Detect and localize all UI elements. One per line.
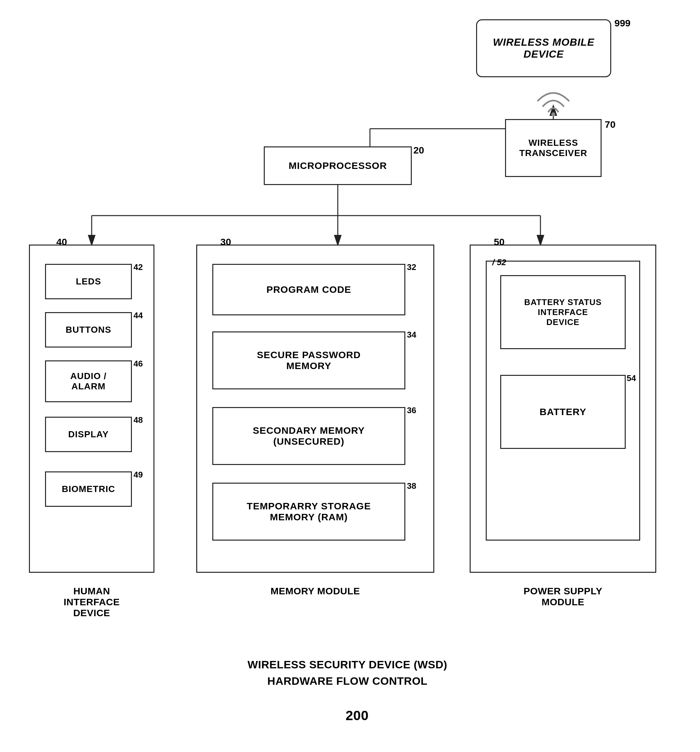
battery-box: BATTERY <box>500 375 626 449</box>
diagram: WIRELESS MOBILE DEVICE 999 WIRELESS TRAN… <box>0 0 700 752</box>
buttons-label: BUTTONS <box>66 325 111 335</box>
display-box: DISPLAY <box>45 417 132 452</box>
bottom-label: WIRELESS SECURITY DEVICE (WSD) HARDWARE … <box>171 656 525 689</box>
secure-password-box: SECURE PASSWORD MEMORY <box>212 331 405 389</box>
ref-20: 20 <box>413 145 424 156</box>
ref-40: 40 <box>56 236 67 247</box>
memory-module-label: MEMORY MODULE <box>196 586 434 597</box>
temporary-storage-label: TEMPORARRY STORAGE MEMORY (RAM) <box>247 501 371 522</box>
display-label: DISPLAY <box>68 429 109 440</box>
ref-38: 38 <box>407 481 416 491</box>
ref-30: 30 <box>220 236 231 247</box>
secondary-memory-label: SECONDARY MEMORY (UNSECURED) <box>253 425 365 447</box>
ref-50: 50 <box>494 236 504 247</box>
program-code-box: PROGRAM CODE <box>212 264 405 315</box>
ref-999: 999 <box>615 18 630 29</box>
bottom-label-line2: HARDWARE FLOW CONTROL <box>171 673 525 689</box>
svg-point-10 <box>551 112 555 116</box>
bottom-label-line1: WIRELESS SECURITY DEVICE (WSD) <box>171 656 525 673</box>
program-code-label: PROGRAM CODE <box>266 284 351 295</box>
wireless-mobile-device-label: WIRELESS MOBILE DEVICE <box>493 36 594 60</box>
human-interface-label: HUMAN INTERFACE DEVICE <box>29 586 154 618</box>
ref-49: 49 <box>133 470 143 480</box>
microprocessor-box: MICROPROCESSOR <box>264 146 412 185</box>
biometric-label: BIOMETRIC <box>62 484 115 494</box>
wireless-mobile-device-box: WIRELESS MOBILE DEVICE <box>476 19 611 77</box>
wireless-transceiver-label: WIRELESS TRANSCEIVER <box>519 138 587 158</box>
leds-box: LEDS <box>45 264 132 299</box>
microprocessor-label: MICROPROCESSOR <box>289 160 387 171</box>
ref-48: 48 <box>133 415 143 425</box>
ref-52-tick: / 52 <box>492 258 506 267</box>
battery-label: BATTERY <box>540 406 586 417</box>
diagram-number: 200 <box>325 708 389 723</box>
audio-alarm-box: AUDIO / ALARM <box>45 360 132 402</box>
ref-36: 36 <box>407 406 416 415</box>
battery-status-box: BATTERY STATUS INTERFACE DEVICE <box>500 275 626 349</box>
ref-32: 32 <box>407 262 416 272</box>
leds-label: LEDS <box>76 277 101 287</box>
battery-status-label: BATTERY STATUS INTERFACE DEVICE <box>525 297 602 327</box>
ref-70: 70 <box>605 119 615 130</box>
ref-42: 42 <box>133 262 143 272</box>
power-supply-label: POWER SUPPLY MODULE <box>470 586 656 608</box>
ref-54: 54 <box>627 373 636 383</box>
ref-44: 44 <box>133 311 143 320</box>
ref-46: 46 <box>133 359 143 369</box>
buttons-box: BUTTONS <box>45 312 132 348</box>
wireless-transceiver-box: WIRELESS TRANSCEIVER <box>505 119 602 177</box>
secondary-memory-box: SECONDARY MEMORY (UNSECURED) <box>212 407 405 465</box>
secure-password-label: SECURE PASSWORD MEMORY <box>257 350 361 371</box>
audio-alarm-label: AUDIO / ALARM <box>70 371 107 392</box>
ref-34: 34 <box>407 330 416 340</box>
biometric-box: BIOMETRIC <box>45 471 132 507</box>
wifi-icon <box>534 82 573 117</box>
temporary-storage-box: TEMPORARRY STORAGE MEMORY (RAM) <box>212 483 405 541</box>
